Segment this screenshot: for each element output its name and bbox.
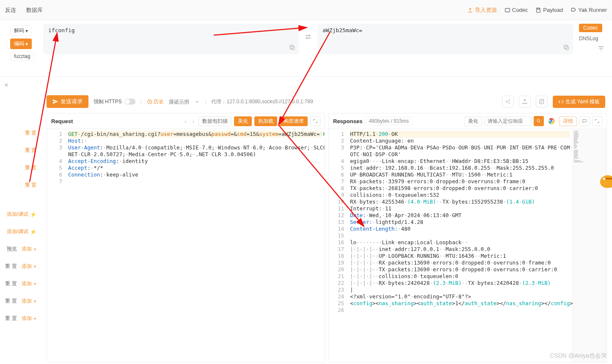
search-response-button[interactable] — [534, 116, 544, 126]
codec-button[interactable]: Codec — [579, 24, 602, 32]
search-icon — [536, 119, 541, 124]
swap-icon — [304, 33, 312, 41]
code-icon — [558, 99, 564, 105]
response-stats: 480bytes / 915ms — [365, 117, 413, 125]
svg-point-7 — [509, 99, 510, 100]
send-request-button[interactable]: 发送请求 — [47, 95, 88, 108]
reset-add-button[interactable]: 重 置 添加 + — [3, 312, 38, 325]
bolt-icon: ⚡ — [30, 229, 36, 235]
encode-button[interactable]: 编码▾ — [10, 39, 32, 49]
response-gutter: 123 456789101112131415161718192021222324… — [329, 129, 347, 362]
codec-tool-button[interactable]: Codec — [504, 7, 528, 13]
sort-button[interactable] — [598, 45, 607, 52]
svg-point-10 — [537, 119, 540, 122]
reset-button[interactable]: 重 置 — [23, 144, 38, 157]
svg-rect-0 — [505, 8, 510, 11]
action-row: 发送请求 强制 HTTPS | 历史 爆破示例 | 代理：127.0.0.1:8… — [0, 90, 612, 113]
upload-icon — [467, 7, 473, 13]
expand-response-button[interactable] — [592, 116, 602, 126]
note-icon — [539, 99, 545, 105]
add-debug-button[interactable]: 添加/调试 ⚡ — [5, 208, 38, 221]
svg-rect-1 — [291, 46, 294, 50]
response-code[interactable]: HTTP/1.1·200·OKContent-Language:·enP3P:·… — [347, 129, 573, 362]
svg-point-8 — [509, 102, 510, 103]
bolt-icon: ⚡ — [30, 212, 36, 218]
burst-example-button[interactable]: 爆破示例 — [169, 98, 189, 105]
copy-icon[interactable] — [289, 44, 295, 51]
import-resource-button[interactable]: 导入资源 — [467, 6, 497, 14]
request-code[interactable]: GET·/cgi-bin/nas_sharing.cgi?user=messag… — [66, 129, 325, 362]
runner-icon — [571, 7, 576, 13]
force-https-toggle[interactable]: 强制 HTTPS — [94, 98, 135, 105]
encode-right-tools: Codec DNSLog — [576, 24, 607, 52]
locate-response-input[interactable] — [485, 116, 531, 126]
expand-button[interactable] — [310, 116, 320, 126]
yak-runner-button[interactable]: Yak Runner — [571, 7, 607, 13]
encode-input[interactable]: ifconfig — [43, 24, 299, 54]
response-header: Responses 480bytes / 915ms 美化 详情 — [329, 113, 606, 129]
svg-rect-2 — [290, 45, 293, 49]
chat-icon — [582, 119, 587, 124]
chevron-down-icon: ▾ — [25, 28, 28, 34]
next-arrow[interactable]: › — [191, 118, 196, 124]
minimap[interactable]: ████████████████████████████████████████… — [573, 129, 606, 362]
toggle-switch[interactable] — [124, 99, 135, 105]
tab-database[interactable]: 数据库 — [26, 6, 43, 14]
svg-rect-4 — [564, 45, 568, 49]
chrome-icon — [548, 118, 555, 124]
close-icon[interactable]: ✕ — [3, 82, 8, 88]
encode-row: 解码▾ 编码▾ fuzztag ifconfig aWZjb25maWc= Co… — [0, 20, 612, 76]
export-icon — [522, 99, 528, 105]
copy-icon[interactable] — [563, 44, 570, 51]
decode-button[interactable]: 解码▾ — [10, 25, 32, 36]
beautify-button[interactable]: 美化 — [234, 116, 252, 126]
top-tabs-bar: 反连 数据库 导入资源 Codec Payload Yak Runner — [0, 0, 612, 20]
chat-button[interactable] — [579, 116, 590, 126]
reset-button[interactable]: 重 置 — [23, 162, 38, 174]
chevron-down-icon[interactable] — [194, 99, 200, 105]
history-button[interactable]: 历史 — [147, 98, 164, 105]
dnslog-button[interactable]: DNSLog — [579, 36, 598, 41]
export-button[interactable] — [519, 96, 531, 108]
sort-icon — [598, 45, 604, 52]
left-sidebar-strip: ✕ 重 置 重 置 重 置 重 置 添加/调试 ⚡ 添加/调试 ⚡ 预览 添加 … — [0, 80, 41, 327]
codec-icon — [504, 7, 510, 13]
add-debug-button[interactable]: 添加/调试 ⚡ — [5, 226, 38, 238]
request-panel: Request ‹ › 数据包扫描 美化 热加载 构造请求 123 4567 G… — [47, 113, 325, 363]
beautify-response-button[interactable]: 美化 — [464, 116, 482, 126]
clock-icon — [147, 99, 152, 105]
reset-add-button[interactable]: 重 置 添加 + — [3, 260, 38, 273]
hotload-button[interactable]: 热加载 — [254, 116, 277, 126]
chrome-button[interactable] — [546, 116, 557, 126]
note-button[interactable] — [536, 96, 548, 108]
payload-tool-button[interactable]: Payload — [535, 7, 563, 13]
share-button[interactable] — [502, 96, 514, 108]
request-gutter: 123 4567 — [47, 129, 66, 362]
encode-output[interactable]: aWZjb25maWc= — [317, 24, 573, 54]
reset-button[interactable]: 重 置 — [23, 127, 38, 139]
construct-request-button[interactable]: 构造请求 — [280, 116, 308, 126]
share-icon — [505, 99, 511, 105]
tab-reverse[interactable]: 反连 — [5, 6, 16, 14]
encode-output-text: aWZjb25maWc= — [323, 27, 362, 33]
send-icon — [52, 99, 58, 105]
prev-arrow[interactable]: ‹ — [183, 118, 188, 124]
response-editor[interactable]: 123 456789101112131415161718192021222324… — [329, 129, 606, 362]
chevron-down-icon: ▾ — [25, 41, 28, 47]
response-panel: Responses 480bytes / 915ms 美化 详情 123 456… — [328, 113, 607, 363]
request-editor[interactable]: 123 4567 GET·/cgi-bin/nas_sharing.cgi?us… — [47, 129, 325, 362]
preview-add-button[interactable]: 预览 添加 + — [5, 243, 38, 255]
expand-icon — [313, 119, 318, 124]
reset-add-button[interactable]: 重 置 添加 + — [3, 295, 38, 307]
swap-button[interactable] — [302, 33, 314, 41]
detail-button[interactable]: 详情 — [559, 116, 577, 126]
reset-button[interactable]: 重 置 — [23, 179, 38, 191]
mascot-icon — [595, 174, 612, 190]
fuzztag-button[interactable]: fuzztag — [10, 52, 34, 61]
save-icon — [535, 7, 541, 13]
reset-add-button[interactable]: 重 置 添加 + — [3, 278, 38, 290]
generate-yaml-button[interactable]: 生成 Yaml 模板 — [553, 96, 605, 108]
encode-input-text: ifconfig — [48, 27, 75, 33]
svg-point-6 — [506, 101, 507, 102]
scan-packet-button[interactable]: 数据包扫描 — [198, 116, 232, 126]
